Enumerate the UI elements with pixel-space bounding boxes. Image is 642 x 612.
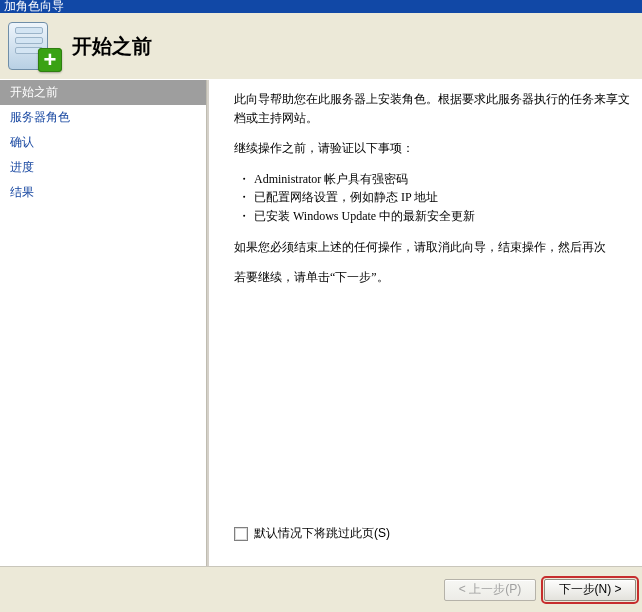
skip-page-row: 默认情况下将跳过此页(S) [234, 519, 638, 560]
continue-note: 若要继续，请单击“下一步”。 [234, 268, 638, 287]
step-results[interactable]: 结果 [0, 180, 206, 205]
wizard-content: 此向导帮助您在此服务器上安装角色。根据要求此服务器执行的任务来享文档或主持网站。… [210, 80, 642, 566]
wizard-window: 加角色向导 + 开始之前 开始之前 服务器角色 确认 进度 结果 此向导帮助您在… [0, 0, 642, 612]
wizard-body: 开始之前 服务器角色 确认 进度 结果 此向导帮助您在此服务器上安装角色。根据要… [0, 80, 642, 566]
server-add-role-icon: + [8, 22, 56, 70]
cancel-note: 如果您必须结束上述的任何操作，请取消此向导，结束操作，然后再次 [234, 238, 638, 257]
intro-text: 此向导帮助您在此服务器上安装角色。根据要求此服务器执行的任务来享文档或主持网站。 [234, 90, 638, 127]
window-titlebar: 加角色向导 [0, 0, 642, 13]
next-button[interactable]: 下一步(N) > [544, 579, 636, 601]
wizard-footer: < 上一步(P) 下一步(N) > [0, 566, 642, 612]
plus-icon: + [38, 48, 62, 72]
step-progress[interactable]: 进度 [0, 155, 206, 180]
window-title-text: 加角色向导 [4, 0, 64, 13]
verify-item: Administrator 帐户具有强密码 [238, 170, 638, 189]
previous-button: < 上一步(P) [444, 579, 536, 601]
verify-list: Administrator 帐户具有强密码 已配置网络设置，例如静态 IP 地址… [238, 170, 638, 226]
skip-page-label: 默认情况下将跳过此页(S) [254, 525, 390, 542]
skip-page-checkbox[interactable] [234, 527, 248, 541]
verify-heading: 继续操作之前，请验证以下事项： [234, 139, 638, 158]
step-before-you-begin[interactable]: 开始之前 [0, 80, 206, 105]
wizard-steps-sidebar: 开始之前 服务器角色 确认 进度 结果 [0, 80, 206, 566]
page-title: 开始之前 [72, 33, 152, 60]
content-text: 此向导帮助您在此服务器上安装角色。根据要求此服务器执行的任务来享文档或主持网站。… [234, 90, 638, 519]
verify-item: 已安装 Windows Update 中的最新安全更新 [238, 207, 638, 226]
step-server-roles[interactable]: 服务器角色 [0, 105, 206, 130]
wizard-header: + 开始之前 [0, 13, 642, 80]
verify-item: 已配置网络设置，例如静态 IP 地址 [238, 188, 638, 207]
step-confirmation[interactable]: 确认 [0, 130, 206, 155]
